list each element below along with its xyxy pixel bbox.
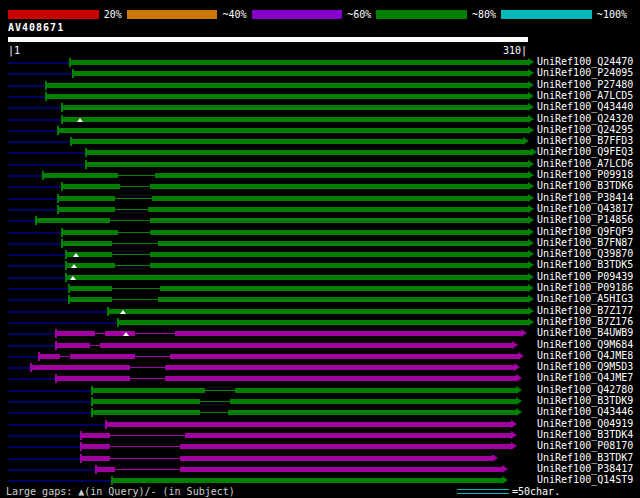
blast-overview-page: 20%~40%~60%~80%~100% AV408671 |1 310| Un… [0, 0, 640, 498]
alignment-arrow-icon [528, 318, 534, 326]
query-bar [8, 37, 528, 42]
subject-label[interactable]: UniRef100_Q43817 [537, 203, 633, 214]
subject-label[interactable]: UniRef100_P09186 [537, 282, 633, 293]
query-baseline [8, 356, 39, 358]
alignment-start-tick [55, 341, 57, 350]
subject-gap-line [118, 175, 155, 176]
query-baseline [8, 164, 86, 166]
subject-label[interactable]: UniRef100_A5HIG3 [537, 293, 633, 304]
subject-label[interactable]: UniRef100_P24095 [537, 67, 633, 78]
alignment-arrow-icon [492, 454, 498, 462]
subject-label[interactable]: UniRef100_Q4JME7 [537, 372, 633, 383]
alignment-bar[interactable] [66, 275, 528, 280]
alignment-bar[interactable] [46, 94, 528, 99]
subject-label[interactable]: UniRef100_P08170 [537, 440, 633, 451]
subject-label[interactable]: UniRef100_B3TDK9 [537, 395, 633, 406]
subject-label[interactable]: UniRef100_Q39870 [537, 248, 633, 259]
alignment-start-tick [111, 476, 113, 485]
query-gap-mark-icon [120, 310, 126, 314]
subject-label[interactable]: UniRef100_P14856 [537, 214, 633, 225]
identity-scale-segment [376, 10, 467, 19]
alignment-bar[interactable] [56, 343, 512, 348]
subject-label[interactable]: UniRef100_B7FN87 [537, 237, 633, 248]
subject-label[interactable]: UniRef100_Q9FQF9 [537, 226, 633, 237]
subject-label[interactable]: UniRef100_Q24320 [537, 113, 633, 124]
alignment-start-tick [55, 329, 57, 338]
alignment-bar[interactable] [118, 320, 528, 325]
alignment-bar[interactable] [43, 173, 528, 178]
subject-gap-line [200, 401, 230, 402]
alignment-start-tick [68, 295, 70, 304]
subject-label[interactable]: UniRef100_A7LCD5 [537, 90, 633, 101]
alignment-arrow-icon [511, 431, 517, 439]
subject-label[interactable]: UniRef100_B7FFD3 [537, 135, 633, 146]
alignment-start-tick [45, 81, 47, 90]
alignment-arrow-icon [511, 442, 517, 450]
alignment-bar[interactable] [92, 388, 516, 393]
query-baseline [8, 469, 96, 471]
subject-label[interactable]: UniRef100_Q14ST9 [537, 474, 633, 485]
alignment-arrow-icon [514, 363, 520, 371]
alignment-bar[interactable] [31, 365, 514, 370]
subject-gap-line [112, 288, 160, 289]
alignment-bar[interactable] [108, 309, 528, 314]
alignment-start-tick [105, 420, 107, 429]
alignment-bar[interactable] [71, 139, 523, 144]
subject-label[interactable]: UniRef100_Q9FEQ3 [537, 146, 633, 157]
alignment-bar[interactable] [92, 410, 516, 415]
subject-label[interactable]: UniRef100_Q43446 [537, 406, 633, 417]
query-baseline [8, 333, 56, 335]
alignment-bar[interactable] [56, 376, 516, 381]
subject-label[interactable]: UniRef100_P38414 [537, 192, 633, 203]
alignment-arrow-icon [528, 171, 534, 179]
alignment-start-tick [61, 115, 63, 124]
alignment-arrow-icon [528, 261, 534, 269]
subject-label[interactable]: UniRef100_P09439 [537, 271, 633, 282]
alignment-arrow-icon [511, 420, 517, 428]
alignment-bar[interactable] [46, 83, 528, 88]
subject-label[interactable]: UniRef100_Q43440 [537, 101, 633, 112]
alignment-start-tick [80, 454, 82, 463]
alignment-bar[interactable] [86, 162, 528, 167]
subject-gap-line [110, 446, 180, 447]
query-baseline [8, 480, 112, 482]
alignment-plot: UniRef100_Q24470UniRef100_P24095UniRef10… [0, 58, 640, 488]
query-baseline [8, 401, 92, 403]
subject-label[interactable]: UniRef100_P27480 [537, 79, 633, 90]
subject-label[interactable]: UniRef100_B3TDK4 [537, 429, 633, 440]
subject-label[interactable]: UniRef100_B3TDK5 [537, 259, 633, 270]
alignment-bar[interactable] [73, 71, 528, 76]
subject-label[interactable]: UniRef100_B7Z177 [537, 305, 633, 316]
identity-scale-label: ~100% [592, 9, 632, 20]
subject-label[interactable]: UniRef100_B3TDK7 [537, 452, 633, 463]
alignment-bar[interactable] [62, 117, 528, 122]
subject-label[interactable]: UniRef100_P09918 [537, 169, 633, 180]
alignment-start-tick [61, 103, 63, 112]
subject-label[interactable]: UniRef100_Q04919 [537, 418, 633, 429]
alignment-bar[interactable] [92, 399, 516, 404]
alignment-bar[interactable] [106, 422, 511, 427]
subject-label[interactable]: UniRef100_B4UWB9 [537, 327, 633, 338]
alignment-bar[interactable] [58, 128, 528, 133]
alignment-bar[interactable] [62, 105, 528, 110]
subject-gap-line [112, 243, 158, 244]
subject-label[interactable]: UniRef100_B7Z176 [537, 316, 633, 327]
subject-label[interactable]: UniRef100_Q24470 [537, 56, 633, 67]
identity-scale-segment [127, 10, 218, 19]
alignment-bar[interactable] [70, 60, 528, 65]
subject-label[interactable]: UniRef100_Q42780 [537, 384, 633, 395]
subject-label[interactable]: UniRef100_Q9M684 [537, 339, 633, 350]
alignment-bar[interactable] [112, 478, 502, 483]
subject-label[interactable]: UniRef100_A7LCD6 [537, 158, 633, 169]
alignment-bar[interactable] [39, 354, 518, 359]
subject-label[interactable]: UniRef100_Q4JME8 [537, 350, 633, 361]
alignment-bar[interactable] [86, 150, 531, 155]
subject-label[interactable]: UniRef100_B3TDK6 [537, 180, 633, 191]
subject-label[interactable]: UniRef100_Q9M5D3 [537, 361, 633, 372]
subject-label[interactable]: UniRef100_Q24295 [537, 124, 633, 135]
alignment-arrow-icon [528, 216, 534, 224]
alignment-arrow-icon [528, 126, 534, 134]
subject-gap-line [90, 345, 100, 346]
subject-label[interactable]: UniRef100_P38417 [537, 463, 633, 474]
identity-scale: 20%~40%~60%~80%~100% [8, 9, 632, 20]
